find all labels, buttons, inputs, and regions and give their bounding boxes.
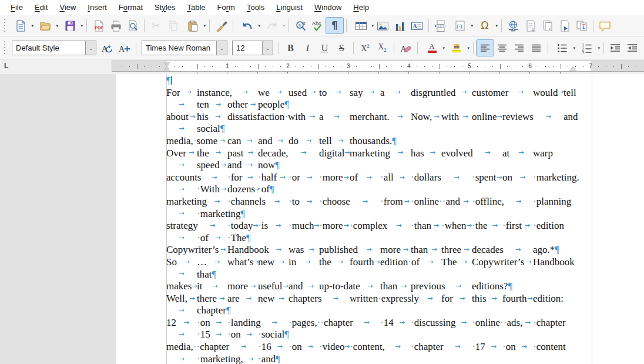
insert-field-dropdown-caret[interactable]: ▾ (471, 24, 473, 28)
ruler-number: 2 (286, 63, 290, 69)
paste-button[interactable]: ▾ (182, 18, 206, 34)
menu-view[interactable]: View (53, 1, 82, 14)
menu-styles[interactable]: Styles (149, 1, 181, 14)
tab-mark: → (202, 280, 227, 292)
save-dropdown-caret[interactable]: ▾ (80, 24, 83, 28)
find-replace-button[interactable]: ad (292, 18, 309, 34)
print-button[interactable] (107, 18, 124, 34)
redo-dropdown-caret[interactable]: ▾ (283, 24, 285, 28)
tab-arrow-icon: → (558, 89, 564, 96)
export-pdf-button[interactable]: PDF (90, 18, 107, 34)
clone-formatting-button[interactable] (213, 18, 230, 34)
insert-chart-button[interactable] (391, 18, 408, 34)
save-button[interactable]: ▾ (59, 18, 83, 34)
first-line-indent-marker[interactable] (164, 62, 170, 66)
paragraph-style-combobox[interactable]: Default Style⌄ (12, 41, 96, 55)
spelling-button[interactable]: Abc (309, 18, 326, 34)
tab-mark: → (487, 293, 502, 304)
insert-textbox-button[interactable]: A (408, 18, 425, 34)
align-center-button[interactable] (494, 40, 511, 56)
paragraph-style-dropdown-button[interactable]: ⌄ (85, 41, 96, 55)
justify-button[interactable] (528, 40, 545, 56)
cross-reference-button[interactable] (573, 18, 590, 34)
space-mark: · (320, 317, 324, 328)
font-name-dropdown-button[interactable]: ⌄ (216, 41, 227, 55)
right-indent-marker[interactable] (569, 66, 576, 71)
align-right-icon (514, 44, 525, 53)
tab-stop-type-selector[interactable]: L (4, 62, 8, 70)
align-left-button[interactable] (477, 40, 494, 56)
undo-button[interactable]: ▾ (236, 18, 261, 34)
comment-button[interactable] (596, 18, 613, 34)
paste-dropdown-caret[interactable]: ▾ (203, 24, 206, 28)
menu-tools[interactable]: Tools (241, 1, 270, 14)
menu-edit[interactable]: Edit (29, 1, 53, 14)
footnote-button[interactable]: 1 (522, 18, 539, 34)
bullets-button[interactable]: ▾ (551, 40, 576, 56)
menu-insert[interactable]: Insert (82, 1, 113, 14)
special-character-dropdown-caret[interactable]: ▾ (495, 24, 498, 28)
left-indent-bottom-marker[interactable] (164, 66, 170, 71)
tab-mark: → (243, 148, 258, 159)
clear-formatting-button[interactable]: A (397, 40, 414, 56)
formatting-toolbar: Default Style⌄AATimes New Roman⌄12⌄BIUSX… (0, 37, 644, 59)
horizontal-ruler[interactable]: 1234567 (112, 61, 644, 72)
formatting-marks-button[interactable]: ¶ (326, 18, 343, 34)
numbering-dropdown-caret[interactable]: ▾ (598, 46, 600, 51)
document-page[interactable]: ¶For →instance, →we →used →to →say →a →d… (116, 74, 644, 364)
font-color-button[interactable]: A▾ (421, 40, 445, 56)
menu-format[interactable]: Format (113, 1, 149, 14)
indent-increase-button[interactable] (607, 40, 624, 56)
ruler-tick (204, 66, 205, 67)
insert-table-button[interactable]: ▾ (350, 18, 374, 34)
underline-button[interactable]: U (316, 40, 333, 56)
indent-decrease-button[interactable] (624, 40, 641, 56)
new-style-button[interactable]: A (116, 40, 133, 56)
print-preview-button[interactable] (124, 18, 141, 34)
toolbar-drag-handle[interactable] (4, 41, 6, 55)
tab-arrow-icon: → (397, 113, 403, 121)
tab-arrow-icon: → (247, 138, 253, 145)
menu-form[interactable]: Form (212, 1, 241, 14)
highlight-dropdown-caret[interactable]: ▾ (467, 46, 469, 51)
superscript-button[interactable]: X2 (357, 40, 374, 56)
numbering-button[interactable]: 123▾ (576, 40, 601, 56)
hyperlink-button[interactable] (505, 18, 522, 34)
insert-image-button[interactable] (374, 18, 391, 34)
tab-arrow-icon: → (430, 150, 436, 157)
bookmark-button[interactable] (556, 18, 573, 34)
toolbar-drag-handle[interactable] (4, 19, 6, 33)
page-break-button[interactable] (432, 18, 449, 34)
font-size-combobox[interactable]: 12⌄ (232, 41, 273, 55)
menu-file[interactable]: File (5, 1, 29, 14)
highlight-button[interactable]: ab▾ (445, 40, 470, 56)
endnote-button[interactable]: i (539, 18, 556, 34)
menu-help[interactable]: Help (347, 1, 375, 14)
font-size-dropdown-button[interactable]: ⌄ (262, 41, 273, 55)
menu-table[interactable]: Table (181, 1, 211, 14)
insert-field-button[interactable]: (-)▾ (449, 18, 474, 34)
new-document-dropdown-caret[interactable]: ▾ (31, 24, 33, 28)
undo-dropdown-caret[interactable]: ▾ (258, 24, 260, 28)
italic-button[interactable]: I (299, 40, 316, 56)
update-style-button[interactable]: A (99, 40, 116, 56)
insert-table-dropdown-caret[interactable]: ▾ (371, 24, 374, 28)
strikethrough-button[interactable]: S (333, 40, 350, 56)
document-text[interactable]: ¶For →instance, →we →used →to →say →a →d… (166, 75, 596, 364)
bold-button[interactable]: B (282, 40, 299, 56)
menu-window[interactable]: Window (308, 1, 347, 14)
new-document-button[interactable]: ▾ (9, 18, 34, 34)
space-mark: · (411, 172, 414, 183)
bullets-dropdown-caret[interactable]: ▾ (573, 46, 575, 51)
special-character-button[interactable]: Ω▾ (474, 18, 498, 34)
menu-linguist[interactable]: Linguist (270, 1, 308, 14)
align-right-button[interactable] (511, 40, 528, 56)
open-button[interactable]: ▾ (34, 18, 59, 34)
open-dropdown-caret[interactable]: ▾ (56, 24, 58, 28)
ruler-tick-half-inch (621, 64, 622, 69)
space-mark: · (411, 196, 414, 207)
subscript-button[interactable]: X2 (374, 40, 391, 56)
font-name-combobox[interactable]: Times New Roman⌄ (142, 41, 227, 55)
font-color-dropdown-caret[interactable]: ▾ (442, 46, 445, 51)
space-mark: · (284, 111, 288, 122)
